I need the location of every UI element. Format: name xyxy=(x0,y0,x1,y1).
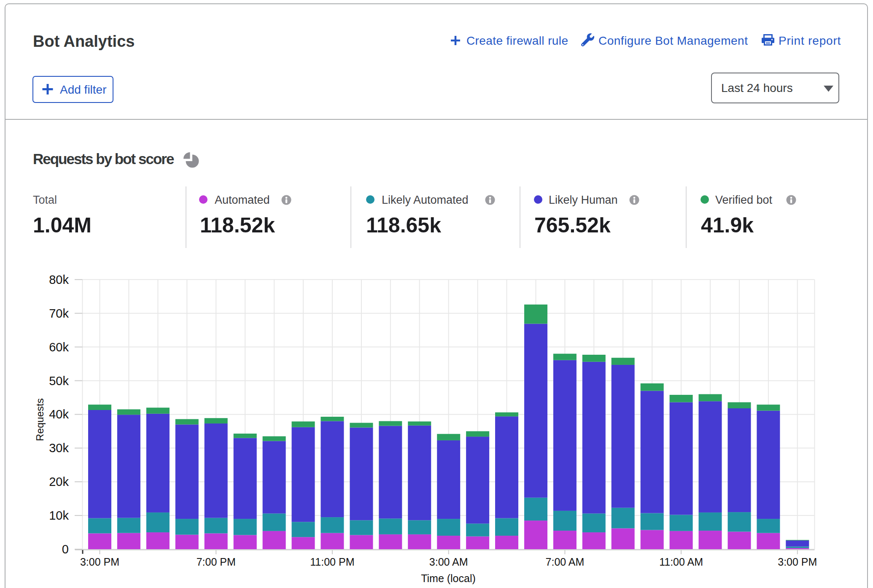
svg-text:7:00 PM: 7:00 PM xyxy=(197,556,236,568)
svg-text:0: 0 xyxy=(62,542,69,556)
svg-text:80k: 80k xyxy=(49,273,69,286)
svg-text:3:00 PM: 3:00 PM xyxy=(80,556,119,568)
svg-text:10k: 10k xyxy=(49,509,69,522)
svg-text:11:00 PM: 11:00 PM xyxy=(310,556,354,568)
svg-text:3:00 PM: 3:00 PM xyxy=(778,556,817,568)
svg-text:Time (local): Time (local) xyxy=(421,572,476,584)
svg-text:11:00 AM: 11:00 AM xyxy=(659,556,703,568)
svg-text:7:00 AM: 7:00 AM xyxy=(546,556,585,568)
svg-text:20k: 20k xyxy=(49,475,69,488)
svg-text:3:00 AM: 3:00 AM xyxy=(429,556,468,568)
svg-text:70k: 70k xyxy=(49,307,69,320)
svg-text:30k: 30k xyxy=(49,441,69,455)
svg-text:40k: 40k xyxy=(49,407,69,421)
svg-text:50k: 50k xyxy=(49,374,69,388)
svg-text:Requests: Requests xyxy=(34,398,46,441)
svg-text:60k: 60k xyxy=(49,340,69,354)
